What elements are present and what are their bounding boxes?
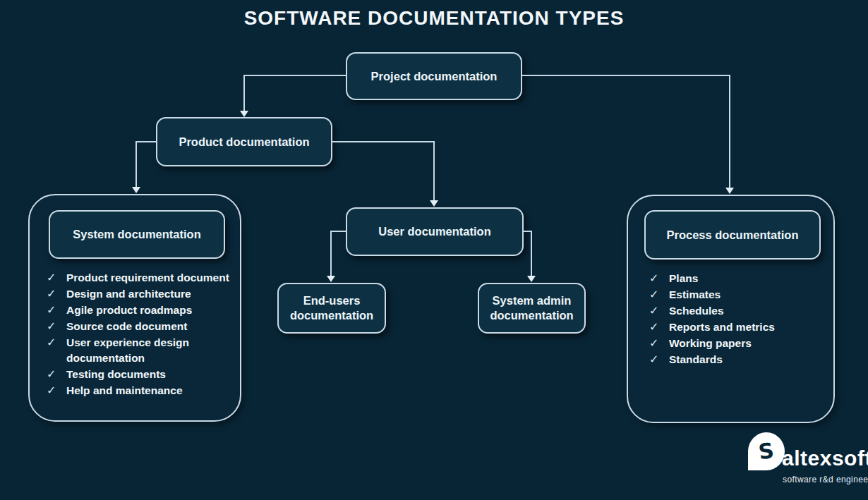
list-item-label: Standards (669, 352, 826, 367)
check-icon: ✓ (47, 270, 66, 286)
check-icon: ✓ (47, 303, 66, 318)
logo-tagline-text: software r&d engineering (783, 475, 868, 484)
system-checklist: ✓ Product requirement document ✓ Design … (47, 270, 234, 399)
node-user-label: User documentation (378, 224, 491, 239)
logo-letter: S (757, 440, 776, 463)
list-item: ✓ Reports and metrics (649, 319, 826, 335)
connector-user-to-systemadmin (531, 231, 532, 276)
check-icon: ✓ (47, 286, 66, 302)
arrow-down-icon (725, 188, 734, 194)
logo-brand-text: altexsoft (782, 448, 868, 469)
list-item-label: Estimates (669, 287, 826, 303)
arrow-down-icon (240, 111, 248, 117)
check-icon: ✓ (47, 367, 66, 382)
node-system-admin-label: System admin documentation (489, 293, 574, 323)
list-item-label: Help and maintenance (66, 383, 234, 398)
list-item: ✓ Working papers (649, 336, 826, 351)
connector-product-to-system (135, 141, 156, 142)
arrow-down-icon (132, 187, 140, 193)
page-title: SOFTWARE DOCUMENTATION TYPES (0, 7, 868, 30)
group-process-documentation: Process documentation ✓ Plans ✓ Estimate… (627, 195, 835, 423)
list-item: ✓ Help and maintenance (47, 383, 234, 398)
connector-product-to-system (135, 141, 137, 188)
list-item: ✓ User experience design documentation (47, 335, 234, 366)
list-item-label: User experience design documentation (66, 335, 234, 366)
list-item-label: Agile product roadmaps (66, 303, 234, 318)
check-icon: ✓ (47, 335, 66, 350)
list-item: ✓ Source code document (47, 319, 234, 334)
node-user-documentation: User documentation (346, 207, 524, 256)
node-system-label: System documentation (73, 227, 201, 242)
arrow-down-icon (327, 276, 335, 282)
node-process-documentation: Process documentation (644, 210, 821, 260)
list-item: ✓ Plans (649, 271, 826, 286)
list-item-label: Design and architecture (66, 286, 234, 302)
node-product-label: Product documentation (179, 135, 309, 150)
node-project-documentation: Project documentation (346, 52, 522, 100)
list-item: ✓ Estimates (649, 287, 826, 303)
check-icon: ✓ (649, 271, 669, 286)
list-item-label: Source code document (66, 319, 234, 334)
infographic-canvas: SOFTWARE DOCUMENTATION TYPES Project doc… (0, 0, 868, 500)
check-icon: ✓ (649, 287, 669, 303)
altexsoft-logo-icon: S (748, 432, 785, 470)
list-item-label: Working papers (669, 336, 826, 351)
connector-user-to-endusers (330, 231, 346, 232)
connector-project-to-process (729, 75, 730, 188)
list-item-label: Product requirement document (66, 270, 234, 286)
check-icon: ✓ (649, 319, 669, 335)
check-icon: ✓ (649, 303, 669, 319)
connector-product-to-user (433, 141, 435, 201)
list-item: ✓ Product requirement document (47, 270, 234, 286)
node-end-users-label: End-users documentation (289, 293, 375, 323)
check-icon: ✓ (47, 319, 66, 334)
list-item: ✓ Agile product roadmaps (47, 303, 234, 318)
list-item-label: Schedules (669, 303, 826, 319)
connector-project-to-process (522, 75, 730, 76)
list-item: ✓ Schedules (649, 303, 826, 319)
check-icon: ✓ (649, 352, 669, 367)
connector-project-to-product (243, 75, 346, 76)
list-item-label: Testing documents (66, 367, 234, 382)
altexsoft-logo: S altexsoft software r&d engineering (730, 432, 861, 492)
connector-product-to-user (332, 141, 435, 142)
arrow-down-icon (430, 200, 438, 207)
list-item: ✓ Design and architecture (47, 286, 234, 302)
process-checklist: ✓ Plans ✓ Estimates ✓ Schedules ✓ Report… (649, 271, 826, 368)
node-system-admin-documentation: System admin documentation (478, 283, 586, 334)
group-system-documentation: System documentation ✓ Product requireme… (28, 194, 241, 422)
list-item: ✓ Standards (649, 352, 826, 367)
list-item: ✓ Testing documents (47, 367, 234, 382)
node-system-documentation: System documentation (49, 210, 225, 259)
node-end-users-documentation: End-users documentation (277, 283, 386, 334)
connector-user-to-endusers (330, 231, 332, 276)
arrow-down-icon (527, 276, 536, 282)
check-icon: ✓ (47, 383, 66, 398)
list-item-label: Reports and metrics (669, 319, 826, 335)
node-product-documentation: Product documentation (156, 117, 332, 166)
node-process-label: Process documentation (666, 228, 798, 243)
check-icon: ✓ (649, 336, 669, 351)
node-project-label: Project documentation (371, 69, 498, 84)
list-item-label: Plans (669, 271, 826, 286)
connector-project-to-product (243, 75, 245, 111)
